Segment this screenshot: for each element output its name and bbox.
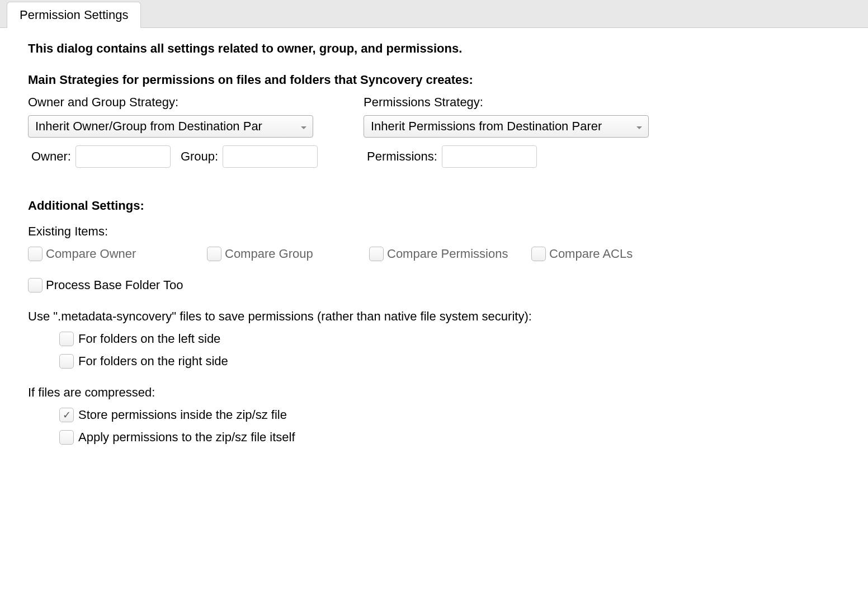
compare-acls-checkbox[interactable] bbox=[531, 247, 546, 261]
owner-group-strategy-value: Inherit Owner/Group from Destination Par bbox=[35, 119, 262, 134]
process-base-checkbox[interactable] bbox=[28, 278, 43, 292]
owner-group-strategy-select[interactable]: Inherit Owner/Group from Destination Par bbox=[28, 115, 313, 138]
permissions-strategy-value: Inherit Permissions from Destination Par… bbox=[371, 119, 602, 134]
compare-acls-label: Compare ACLs bbox=[549, 247, 633, 261]
metadata-right-checkbox[interactable] bbox=[59, 354, 74, 369]
tab-permission-settings[interactable]: Permission Settings bbox=[7, 2, 141, 28]
metadata-heading: Use ".metadata-syncovery" files to save … bbox=[28, 309, 840, 324]
dialog-intro: This dialog contains all settings relate… bbox=[28, 41, 840, 56]
permissions-field-label: Permissions: bbox=[367, 149, 437, 164]
compare-owner-label: Compare Owner bbox=[46, 247, 136, 261]
apply-to-zip-checkbox[interactable] bbox=[59, 430, 74, 445]
chevron-down-icon bbox=[300, 119, 307, 134]
compare-group-checkbox[interactable] bbox=[207, 247, 221, 261]
content-area: This dialog contains all settings relate… bbox=[0, 28, 868, 458]
permissions-strategy-label: Permissions Strategy: bbox=[364, 95, 649, 110]
compare-permissions-label: Compare Permissions bbox=[387, 247, 508, 261]
metadata-left-checkbox[interactable] bbox=[59, 332, 74, 346]
group-field-label: Group: bbox=[181, 149, 218, 164]
store-inside-zip-checkbox[interactable] bbox=[59, 408, 74, 422]
compare-group-label: Compare Group bbox=[225, 247, 313, 261]
metadata-left-label: For folders on the left side bbox=[78, 332, 220, 346]
permissions-strategy-select[interactable]: Inherit Permissions from Destination Par… bbox=[364, 115, 649, 138]
strategies-heading: Main Strategies for permissions on files… bbox=[28, 73, 840, 87]
compare-owner-checkbox[interactable] bbox=[28, 247, 43, 261]
compare-permissions-checkbox[interactable] bbox=[369, 247, 384, 261]
metadata-right-label: For folders on the right side bbox=[78, 354, 228, 369]
compressed-heading: If files are compressed: bbox=[28, 385, 840, 400]
owner-group-strategy-label: Owner and Group Strategy: bbox=[28, 95, 313, 110]
owner-field-label: Owner: bbox=[31, 149, 71, 164]
chevron-down-icon bbox=[636, 119, 643, 134]
existing-items-label: Existing Items: bbox=[28, 224, 840, 239]
group-input[interactable] bbox=[223, 145, 318, 168]
additional-heading: Additional Settings: bbox=[28, 199, 840, 213]
process-base-label: Process Base Folder Too bbox=[46, 278, 183, 292]
owner-input[interactable] bbox=[76, 145, 171, 168]
store-inside-zip-label: Store permissions inside the zip/sz file bbox=[78, 408, 287, 422]
permissions-input[interactable] bbox=[442, 145, 537, 168]
tab-bar: Permission Settings bbox=[0, 0, 868, 28]
apply-to-zip-label: Apply permissions to the zip/sz file its… bbox=[78, 430, 295, 445]
